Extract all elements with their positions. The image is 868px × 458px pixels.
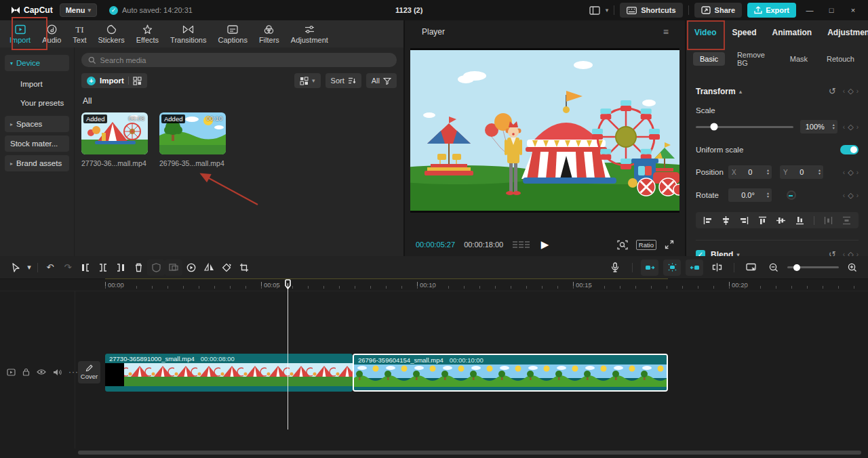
scale-value-box[interactable]: 100% ▴▾ bbox=[800, 120, 837, 133]
crop-tool-icon[interactable] bbox=[235, 259, 253, 276]
shortcuts-button[interactable]: Shortcuts bbox=[620, 3, 682, 18]
position-x-stepper[interactable]: ▴▾ bbox=[764, 169, 772, 175]
rotate-tool-icon[interactable] bbox=[218, 259, 235, 276]
close-button[interactable]: × bbox=[845, 6, 861, 14]
overlay-tool-icon[interactable] bbox=[165, 259, 182, 276]
split-preview-icon[interactable] bbox=[708, 259, 726, 276]
align-center-horizontal-icon[interactable] bbox=[722, 216, 730, 225]
media-tab-audio[interactable]: Audio bbox=[42, 24, 61, 44]
timeline-clip-2-selected[interactable]: 26796-359604154_small.mp4 00:00:10:00 bbox=[353, 354, 668, 392]
player-canvas[interactable] bbox=[410, 48, 679, 213]
sidebar-item-stock-materials[interactable]: Stock mater... bbox=[5, 136, 69, 152]
keyframe-controls[interactable]: ‹◇› bbox=[843, 87, 859, 96]
subtab-basic[interactable]: Basic bbox=[693, 52, 725, 66]
undo-icon[interactable]: ↶ bbox=[41, 259, 59, 276]
preview-axis-icon[interactable] bbox=[743, 259, 760, 276]
tab-animation[interactable]: Animation bbox=[772, 28, 812, 37]
share-button[interactable]: Share bbox=[694, 3, 743, 18]
sidebar-item-import[interactable]: Import bbox=[0, 75, 74, 93]
tab-speed[interactable]: Speed bbox=[732, 28, 756, 37]
export-button[interactable]: Export bbox=[747, 3, 796, 18]
redo-icon[interactable]: ↷ bbox=[59, 259, 77, 276]
scale-slider[interactable] bbox=[696, 126, 793, 128]
media-item-2[interactable]: Added 00:10 26796-35...mall.mp4 bbox=[159, 112, 226, 167]
keyframe-controls[interactable]: ‹◇› bbox=[843, 191, 859, 200]
align-right-icon[interactable] bbox=[740, 216, 749, 225]
filter-button[interactable]: All bbox=[366, 73, 397, 88]
mask-tool-icon[interactable] bbox=[147, 259, 165, 276]
timeline-zoom-thumb[interactable] bbox=[793, 264, 800, 271]
media-search[interactable] bbox=[81, 53, 397, 67]
ratio-button[interactable]: Ratio bbox=[636, 240, 656, 250]
search-input[interactable] bbox=[100, 56, 390, 64]
magnetic-snap-icon[interactable] bbox=[641, 259, 658, 276]
preview-quality-icon[interactable] bbox=[617, 240, 628, 250]
media-tab-text[interactable]: TI Text bbox=[73, 24, 86, 44]
maximize-button[interactable]: □ bbox=[823, 6, 840, 14]
reset-transform-icon[interactable]: ↺ bbox=[829, 86, 836, 96]
mirror-tool-icon[interactable] bbox=[200, 259, 218, 276]
align-bottom-icon[interactable] bbox=[795, 216, 804, 225]
mute-track-icon[interactable] bbox=[53, 369, 62, 376]
fullscreen-icon[interactable] bbox=[665, 240, 674, 249]
chevron-down-icon[interactable]: ▾ bbox=[606, 7, 609, 14]
delete-right-icon[interactable] bbox=[112, 259, 130, 276]
distribute-vertical-icon[interactable] bbox=[842, 216, 851, 225]
tab-video[interactable]: Video bbox=[694, 28, 716, 37]
next-keyframe-icon[interactable]: › bbox=[856, 87, 859, 95]
tab-adjustment[interactable]: Adjustment bbox=[827, 28, 868, 37]
keyframe-controls[interactable]: ‹◇› bbox=[843, 123, 859, 131]
subtab-retouch[interactable]: Retouch bbox=[820, 52, 861, 66]
distribute-horizontal-icon[interactable] bbox=[824, 216, 833, 225]
auto-ripple-icon[interactable] bbox=[663, 259, 681, 276]
hide-track-icon[interactable] bbox=[37, 369, 46, 375]
media-tab-transitions[interactable]: Transitions bbox=[170, 24, 206, 44]
minimize-button[interactable]: — bbox=[802, 6, 818, 14]
media-tab-adjustment[interactable]: Adjustment bbox=[291, 24, 328, 44]
subtab-remove-bg[interactable]: Remove BG bbox=[730, 48, 778, 70]
timeline-clip-1[interactable]: 27730-365891000_small.mp4 00:00:08:00 bbox=[105, 354, 353, 392]
timeline-ruler[interactable]: 00:00 00:05 00:10 00:15 00:20 bbox=[0, 279, 868, 291]
delete-icon[interactable] bbox=[130, 259, 147, 276]
more-options-icon[interactable]: ··· bbox=[68, 367, 79, 377]
select-tool-dropdown[interactable]: ▾ bbox=[24, 259, 34, 276]
timeline-zoom-slider[interactable] bbox=[787, 266, 839, 268]
scale-stepper[interactable]: ▴▾ bbox=[830, 123, 837, 130]
scale-slider-thumb[interactable] bbox=[711, 123, 718, 131]
media-tab-import[interactable]: Import bbox=[9, 24, 31, 44]
position-x-field[interactable]: X 0 ▴▾ bbox=[728, 165, 772, 179]
delete-left-icon[interactable] bbox=[77, 259, 94, 276]
align-top-icon[interactable] bbox=[758, 216, 767, 225]
import-media-button[interactable]: + Import bbox=[81, 73, 147, 88]
play-button[interactable]: ▶ bbox=[541, 238, 549, 251]
timeline-zoom-in-icon[interactable] bbox=[844, 259, 861, 276]
sidebar-item-your-presets[interactable]: Your presets bbox=[0, 93, 74, 112]
uniform-scale-toggle[interactable] bbox=[840, 145, 859, 154]
rotate-field[interactable]: 0.0° ▴▾ bbox=[728, 188, 772, 202]
media-tab-effects[interactable]: Effects bbox=[136, 24, 159, 44]
media-tab-captions[interactable]: Captions bbox=[218, 24, 247, 44]
timeline-horizontal-scrollbar[interactable] bbox=[78, 451, 861, 455]
rotate-dial[interactable] bbox=[787, 190, 796, 200]
keyframe-controls[interactable]: ‹◇› bbox=[843, 168, 859, 177]
media-tab-stickers[interactable]: Stickers bbox=[98, 24, 125, 44]
align-center-vertical-icon[interactable] bbox=[776, 216, 785, 225]
sidebar-item-device[interactable]: ▾ Device bbox=[5, 55, 69, 71]
lock-track-icon[interactable] bbox=[22, 368, 30, 376]
sort-button[interactable]: Sort bbox=[326, 73, 361, 88]
select-tool-icon[interactable] bbox=[7, 259, 24, 276]
subtab-mask[interactable]: Mask bbox=[783, 52, 814, 66]
sidebar-item-brand-assets[interactable]: ▸ Brand assets bbox=[5, 155, 69, 171]
record-voiceover-icon[interactable] bbox=[606, 259, 624, 276]
sidebar-item-spaces[interactable]: ▸ Spaces bbox=[5, 116, 69, 132]
transform-section-header[interactable]: Transform ▴ ↺ ‹◇› bbox=[696, 86, 859, 96]
cover-button[interactable]: Cover bbox=[78, 361, 100, 383]
prev-keyframe-icon[interactable]: ‹ bbox=[843, 87, 845, 95]
media-tab-filters[interactable]: Filters bbox=[259, 24, 279, 44]
link-clips-icon[interactable] bbox=[686, 259, 703, 276]
workspace-layout-button[interactable] bbox=[589, 6, 600, 15]
position-y-field[interactable]: Y 0 ▴▾ bbox=[780, 165, 823, 179]
position-y-stepper[interactable]: ▴▾ bbox=[816, 169, 823, 175]
timeline-zoom-out-icon[interactable] bbox=[765, 259, 783, 276]
speed-tool-icon[interactable] bbox=[182, 259, 200, 276]
